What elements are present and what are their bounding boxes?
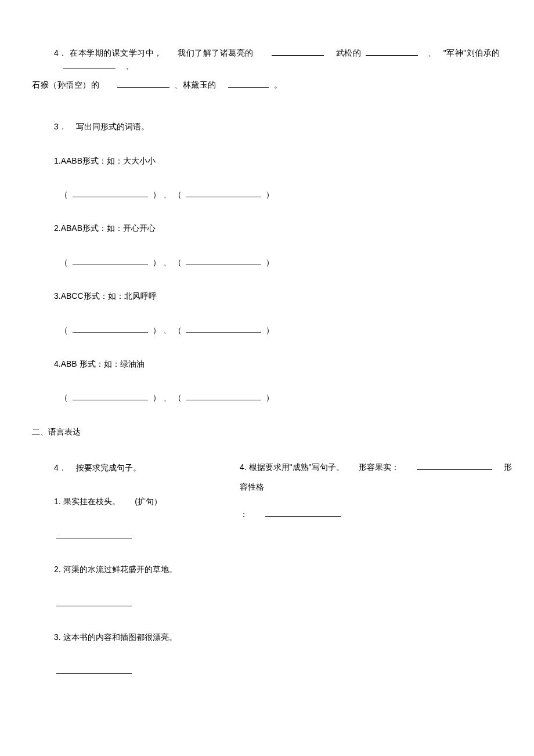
q4-prefix: 4． xyxy=(54,48,67,57)
sep2: 、 xyxy=(125,59,134,72)
q3-item4-blanks: （ ） 、 （ ） xyxy=(32,391,502,404)
blank-abcc-2[interactable] xyxy=(186,325,261,333)
paren-close: ） xyxy=(266,190,274,199)
q3-item3-label: 3.ABCC形式：如：北风呼呼 xyxy=(32,290,502,302)
paren-close: ） xyxy=(153,258,161,267)
q3-item3-blanks: （ ） 、 （ ） xyxy=(32,324,502,337)
q4b-s2: 2. 河渠的水流过鲜花盛开的草地。 xyxy=(32,563,502,576)
blank-abb-2[interactable] xyxy=(186,392,261,400)
paren-open: （ xyxy=(60,325,68,335)
paren-close: ） xyxy=(153,190,161,199)
q4-text2: 我们了解了诸葛亮的 xyxy=(178,48,254,57)
blank-wusong[interactable] xyxy=(366,48,418,56)
q4-line2-prefix: 石猴（孙悟空）的 xyxy=(32,80,99,89)
q4-text1: 在本学期的课文学习中， xyxy=(70,48,163,57)
sep: 、 xyxy=(163,325,171,335)
q3-item1-label: 1.AABB形式：如：大大小小 xyxy=(32,154,502,167)
blank-abb-1[interactable] xyxy=(73,392,148,400)
q4-line2-sep: 、林黛玉的 xyxy=(174,80,217,89)
blank-expand-sentence[interactable] xyxy=(56,530,132,538)
q4b-s4-label1: 形容果实： xyxy=(359,462,399,472)
paren-open: （ xyxy=(174,190,182,199)
paren-close: ） xyxy=(153,325,161,335)
q4-line2-end: 。 xyxy=(274,80,283,89)
q4b-s4-colon: ： xyxy=(240,509,248,519)
q4b-title: 按要求完成句子。 xyxy=(76,463,141,472)
sep: 、 xyxy=(163,190,171,199)
q4-intro-line2: 石猴（孙悟空）的 、林黛玉的 。 xyxy=(32,78,502,91)
paren-close: ） xyxy=(266,325,274,335)
q4b-s4-line1: 4. 根据要求用"成熟"写句子。 形容果实： 形容性格 xyxy=(240,458,513,497)
q3-item1-blanks: （ ） 、 （ ） xyxy=(32,188,502,201)
blank-lindaiyu[interactable] xyxy=(228,79,269,88)
q3-item2-blanks: （ ） 、 （ ） xyxy=(32,256,502,269)
section2-heading: 二、语言表达 xyxy=(32,425,502,438)
blank-sunwukong[interactable] xyxy=(117,79,169,88)
q4b-s4-line2: ： xyxy=(240,505,513,525)
blank-aabb-2[interactable] xyxy=(186,189,261,197)
q4b-s1-text: 1. 果实挂在枝头。 xyxy=(54,497,120,506)
paren-open: （ xyxy=(60,190,68,199)
paren-close: ） xyxy=(266,258,274,267)
blank-s3-answer[interactable] xyxy=(56,665,132,674)
q4b-s1-blank-row xyxy=(32,529,502,542)
blank-chengshu-fruit[interactable] xyxy=(417,462,492,470)
q4b-s3-blank-row xyxy=(32,664,502,677)
q3-item2-label: 2.ABAB形式：如：开心开心 xyxy=(32,222,502,234)
blank-abab-2[interactable] xyxy=(186,257,261,265)
blank-chengshu-character[interactable] xyxy=(265,509,341,517)
q4b-prefix: 4． xyxy=(54,463,67,472)
sep: 、 xyxy=(163,393,171,402)
q4-intro-line1: 4． 在本学期的课文学习中， 我们了解了诸葛亮的 武松的 、 "军神"刘伯承的 … xyxy=(32,46,502,73)
blank-s2-answer[interactable] xyxy=(56,598,132,606)
q3-heading: 3． 写出同形式的词语。 xyxy=(32,120,502,133)
paren-open: （ xyxy=(60,258,68,267)
paren-open: （ xyxy=(174,393,182,402)
q4b-s2-blank-row xyxy=(32,597,502,610)
q4b-s1-note: (扩句） xyxy=(135,497,162,506)
blank-abcc-1[interactable] xyxy=(73,325,148,333)
q4b-s3: 3. 这本书的内容和插图都很漂亮。 xyxy=(32,631,502,643)
q4-text3: 武松的 xyxy=(336,48,362,57)
paren-close: ） xyxy=(266,393,274,402)
sep: 、 xyxy=(163,258,171,267)
paren-close: ） xyxy=(153,393,161,402)
paren-open: （ xyxy=(60,393,68,402)
q3-prefix: 3． xyxy=(54,122,67,131)
q4b-s4-prefix: 4. 根据要求用"成熟"写句子。 xyxy=(240,462,344,472)
paren-open: （ xyxy=(174,325,182,335)
blank-aabb-1[interactable] xyxy=(73,189,148,197)
blank-liubocheng[interactable] xyxy=(63,60,116,68)
q3-title: 写出同形式的词语。 xyxy=(76,122,149,131)
q4-text5: "军神"刘伯承的 xyxy=(443,48,500,57)
blank-zhugeliang[interactable] xyxy=(272,48,324,56)
q4b-s4-block: 4. 根据要求用"成熟"写句子。 形容果实： 形容性格 ： xyxy=(240,458,513,525)
q3-item4-label: 4.ABB 形式：如：绿油油 xyxy=(32,357,502,370)
blank-abab-1[interactable] xyxy=(73,257,148,265)
paren-open: （ xyxy=(174,258,182,267)
sep1: 、 xyxy=(428,46,436,59)
